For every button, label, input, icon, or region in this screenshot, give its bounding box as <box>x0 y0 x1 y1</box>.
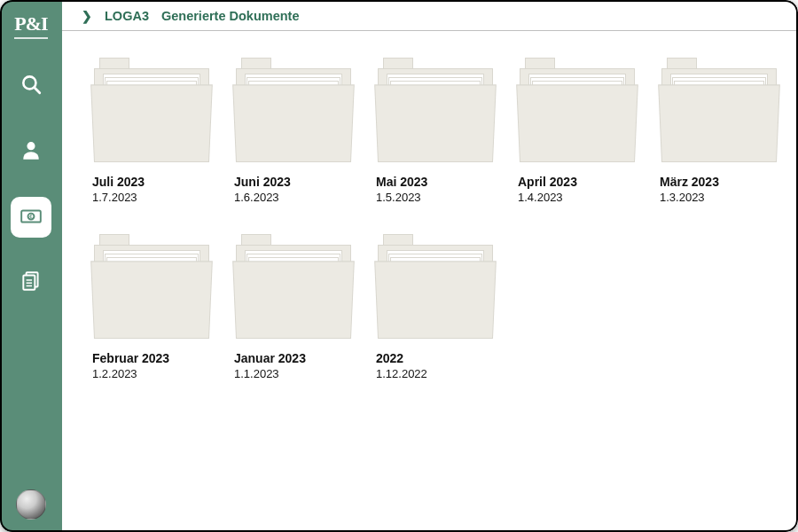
main-area: ❯ LOGA3 Generierte Dokumente Juli 2023 1… <box>62 0 798 532</box>
sidebar: P&I € <box>0 0 62 532</box>
folder-name: Mai 2023 <box>367 175 504 189</box>
folder-name: Februar 2023 <box>83 351 220 365</box>
sidebar-item-payroll[interactable]: € <box>11 197 51 238</box>
documents-icon <box>20 270 43 296</box>
folder-date: 1.7.2023 <box>83 191 220 204</box>
app-window: P&I € <box>0 0 798 532</box>
svg-line-1 <box>35 88 40 93</box>
banknote-icon: € <box>20 204 43 231</box>
folder-date: 1.6.2023 <box>225 191 362 204</box>
folder-date: 1.12.2022 <box>367 367 504 380</box>
breadcrumb-seg-1[interactable]: LOGA3 <box>105 9 149 23</box>
folder-icon <box>94 58 209 162</box>
chevron-right-icon: ❯ <box>82 9 92 23</box>
folder-icon <box>520 58 635 162</box>
folder-card[interactable]: Juli 2023 1.7.2023 <box>83 58 220 204</box>
breadcrumb: ❯ LOGA3 Generierte Dokumente <box>62 0 798 31</box>
search-icon <box>20 73 43 99</box>
folder-name: Juni 2023 <box>225 175 362 189</box>
sidebar-item-profile[interactable] <box>11 131 51 172</box>
folder-icon <box>661 58 777 162</box>
folder-name: April 2023 <box>509 175 645 189</box>
folder-card[interactable]: 2022 1.12.2022 <box>367 234 504 380</box>
folder-name: März 2023 <box>651 175 787 189</box>
folder-date: 1.1.2023 <box>225 367 362 380</box>
avatar[interactable] <box>16 489 46 520</box>
sidebar-item-documents[interactable] <box>11 262 51 303</box>
folder-date: 1.4.2023 <box>509 191 645 204</box>
folder-grid: Juli 2023 1.7.2023 Juni 2023 1.6.2023 Ma… <box>62 31 798 407</box>
breadcrumb-seg-2[interactable]: Generierte Dokumente <box>161 9 300 23</box>
sidebar-nav: € <box>11 66 51 489</box>
folder-date: 1.3.2023 <box>651 191 787 204</box>
folder-icon <box>94 234 209 339</box>
folder-name: Januar 2023 <box>225 351 362 365</box>
folder-icon <box>236 58 351 162</box>
folder-card[interactable]: Januar 2023 1.1.2023 <box>225 234 362 380</box>
person-icon <box>20 138 43 165</box>
folder-card[interactable]: Februar 2023 1.2.2023 <box>83 234 220 380</box>
folder-icon <box>378 58 493 162</box>
folder-date: 1.5.2023 <box>367 191 504 204</box>
folder-name: Juli 2023 <box>83 175 220 189</box>
logo: P&I <box>14 12 47 39</box>
sidebar-item-search[interactable] <box>11 66 51 106</box>
folder-card[interactable]: März 2023 1.3.2023 <box>651 58 787 204</box>
folder-card[interactable]: Mai 2023 1.5.2023 <box>367 58 504 204</box>
folder-icon <box>378 234 493 339</box>
svg-point-2 <box>27 142 35 150</box>
folder-card[interactable]: April 2023 1.4.2023 <box>509 58 645 204</box>
folder-icon <box>236 234 351 339</box>
folder-date: 1.2.2023 <box>83 367 220 380</box>
folder-card[interactable]: Juni 2023 1.6.2023 <box>225 58 362 204</box>
folder-name: 2022 <box>367 351 504 365</box>
